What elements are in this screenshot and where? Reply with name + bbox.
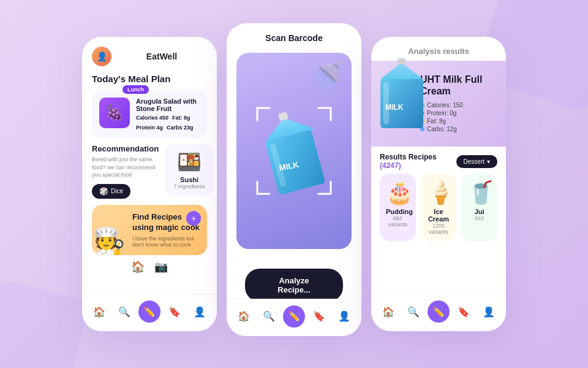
- protein-label: Protein: [136, 125, 155, 131]
- milk-carton: MILK: [247, 97, 341, 204]
- nav-edit-icon[interactable]: ✏️: [138, 301, 160, 323]
- nav-home-icon[interactable]: 🏠: [88, 301, 110, 323]
- pudding-variants: 862 variants: [386, 215, 410, 228]
- results-count: (4247): [380, 161, 401, 170]
- svg-rect-7: [398, 58, 405, 64]
- calories-value: 450: [159, 115, 168, 121]
- dice-label: Dice: [111, 188, 123, 194]
- center-nav-home[interactable]: 🏠: [233, 305, 255, 328]
- fat-stat: Fat: 8g: [172, 115, 190, 121]
- protein-stat: Protein 4g: [136, 125, 163, 131]
- dessert-label: Dessert: [464, 158, 484, 165]
- center-phone: Scan Barcode 🚿 MILK: [227, 23, 361, 336]
- meal-stats: Calories 450 Fat: 8g Protein 4g Carbs 23…: [136, 115, 200, 131]
- app-title: EatWell: [116, 52, 207, 61]
- juice-variants: 662: [467, 215, 491, 221]
- icecream-name: Ice Cream: [427, 208, 451, 223]
- recipe-card-icecream[interactable]: 🍦 Ice Cream 1205 variants: [421, 174, 457, 241]
- scan-area: 🚿 MILK: [236, 53, 352, 249]
- fat-value: 8g: [184, 115, 190, 121]
- chevron-down-icon: ▾: [487, 158, 490, 165]
- recipe-card-pudding[interactable]: 🎂 Pudding 862 variants: [380, 174, 416, 241]
- sushi-sub: 7 ingredients: [171, 183, 208, 190]
- scanner-hint: 🏠 📷: [82, 260, 217, 274]
- recommendation-section: Recommendation Bored with just the same …: [92, 144, 207, 199]
- pudding-emoji: 🎂: [386, 180, 410, 205]
- svg-rect-9: [383, 82, 389, 124]
- sushi-image: 🍱: [171, 150, 208, 174]
- juice-emoji: 🥤: [467, 180, 491, 205]
- right-nav-home[interactable]: 🏠: [377, 301, 399, 323]
- left-bottom-nav: 🏠 🔍 ✏️ 🔖 👤: [82, 294, 217, 331]
- meal-info: Arugula Salad with Stone Fruit Calories …: [136, 98, 200, 131]
- product-showcase: MILK UHT Milk Ful: [371, 61, 506, 147]
- icecream-variants: 1205 variants: [427, 223, 451, 235]
- right-nav-search[interactable]: 🔍: [402, 301, 424, 323]
- center-nav-bookmark[interactable]: 🔖: [308, 305, 330, 328]
- find-recipes-card: 🧑‍🍳 Find Recipes using magic cook I have…: [92, 205, 207, 255]
- recommendation-title: Recommendation: [92, 144, 159, 153]
- dice-button[interactable]: 🎲 Dice: [92, 184, 130, 199]
- right-nav-scan[interactable]: ✏️: [428, 301, 450, 323]
- analyze-button[interactable]: Analyze Recipe...: [245, 269, 343, 302]
- scanner-hint-icon: 📷: [154, 260, 168, 274]
- bg-furniture-icon: 🚿: [307, 59, 345, 94]
- sushi-card: 🍱 Sushi 7 ingredients: [165, 144, 214, 196]
- center-bottom-nav: 🏠 🔍 ✏️ 🔖 👤: [227, 299, 361, 336]
- results-title: Results Recipes (4247): [380, 153, 456, 170]
- svg-marker-6: [380, 63, 423, 79]
- icecream-emoji: 🍦: [427, 180, 451, 205]
- product-image: MILK: [371, 52, 435, 134]
- home-hint-icon: 🏠: [131, 260, 145, 274]
- dice-icon: 🎲: [99, 187, 108, 196]
- nav-profile-icon[interactable]: 👤: [189, 301, 211, 323]
- meal-plan-title: Today's Meal Plan: [82, 71, 217, 90]
- nav-search-icon[interactable]: 🔍: [113, 301, 135, 323]
- left-phone: 👤 EatWell Today's Meal Plan Lunch 🍇 Arug…: [82, 37, 217, 331]
- recipe-cards: 🎂 Pudding 862 variants 🍦 Ice Cream 1205 …: [371, 174, 506, 241]
- carbs-value: 23g: [184, 125, 194, 131]
- center-nav-profile[interactable]: 👤: [333, 305, 355, 328]
- right-bottom-nav: 🏠 🔍 ✏️ 🔖 👤: [371, 294, 506, 331]
- meal-image: 🍇: [99, 98, 130, 128]
- juice-name: Jui: [467, 208, 491, 215]
- scan-header: Scan Barcode: [227, 23, 361, 53]
- left-phone-header: 👤 EatWell: [82, 37, 217, 71]
- add-recipe-button[interactable]: +: [186, 211, 201, 226]
- dessert-filter-button[interactable]: Dessert ▾: [456, 155, 497, 168]
- meal-name: Arugula Salad with Stone Fruit: [136, 98, 200, 112]
- recommendation-text: Recommendation Bored with just the same …: [92, 144, 159, 199]
- center-nav-scan[interactable]: ✏️: [283, 305, 305, 328]
- center-nav-search[interactable]: 🔍: [258, 305, 280, 328]
- find-recipes-subtitle: I have the ingredients but don't know wh…: [132, 236, 200, 248]
- right-nav-bookmark[interactable]: 🔖: [453, 301, 475, 323]
- carbs-stat: Carbs 23g: [167, 125, 194, 131]
- calories-stat: Calories 450: [136, 115, 168, 121]
- protein-value: 4g: [157, 125, 164, 131]
- avatar: 👤: [92, 47, 111, 66]
- recipe-card-juice[interactable]: 🥤 Jui 662: [461, 174, 497, 241]
- meal-card: Lunch 🍇 Arugula Salad with Stone Fruit C…: [92, 90, 207, 138]
- recommendation-desc: Bored with just the same food? we can re…: [92, 156, 159, 179]
- sushi-name: Sushi: [171, 176, 208, 183]
- fat-label: Fat:: [172, 115, 183, 121]
- results-row: Results Recipes (4247) Dessert ▾: [371, 147, 506, 174]
- right-nav-profile[interactable]: 👤: [478, 301, 500, 323]
- carbs-label: Carbs: [167, 125, 183, 131]
- phones-container: 👤 EatWell Today's Meal Plan Lunch 🍇 Arug…: [82, 33, 506, 336]
- results-label: Results Recipes: [380, 153, 437, 161]
- chef-icon: 🧑‍🍳: [92, 228, 126, 255]
- calories-label: Calories: [136, 115, 158, 121]
- right-phone: Analysis results MILK: [371, 37, 506, 331]
- meal-badge: Lunch: [123, 85, 149, 94]
- pudding-name: Pudding: [386, 208, 410, 215]
- nav-bookmark-icon[interactable]: 🔖: [164, 301, 186, 323]
